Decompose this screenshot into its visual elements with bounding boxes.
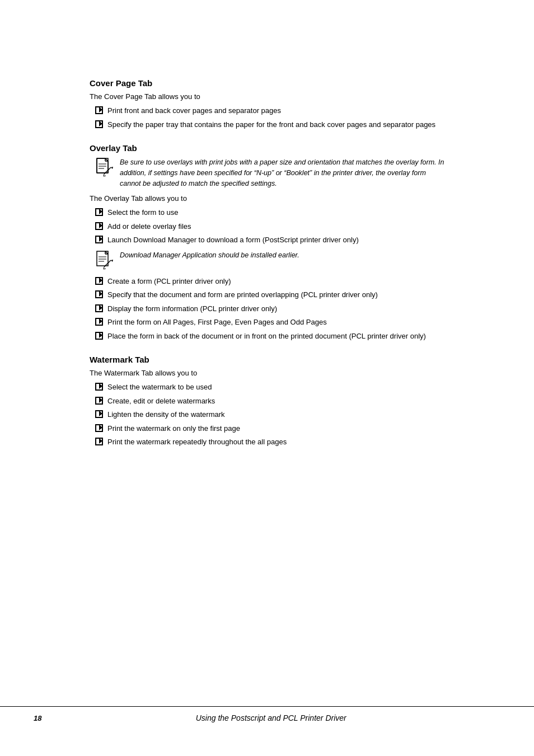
list-item: Select the watermark to be used <box>90 382 444 393</box>
list-item: Display the form information (PCL printe… <box>90 303 444 314</box>
note-icon-svg <box>95 157 115 177</box>
overlay-tab-intro: The Overlay Tab allows you to <box>90 194 444 203</box>
bullet-icon <box>95 382 103 390</box>
note-box-download-manager: Download Manager Application should be i… <box>95 250 444 270</box>
list-item: Print the watermark repeatedly throughou… <box>90 436 444 448</box>
content-area: Cover Page Tab The Cover Page Tab allows… <box>0 0 534 528</box>
svg-marker-23 <box>111 260 113 262</box>
overlay-note-text: Be sure to use overlays with print jobs … <box>120 157 444 189</box>
watermark-tab-list: Select the watermark to be used Create, … <box>90 382 444 448</box>
bullet-icon <box>95 208 103 215</box>
section-cover-page-tab: Cover Page Tab The Cover Page Tab allows… <box>90 78 444 130</box>
list-item-text: Launch Download Manager to download a fo… <box>107 234 359 246</box>
section-watermark-tab: Watermark Tab The Watermark Tab allows y… <box>90 355 444 448</box>
bullet-icon <box>95 331 103 339</box>
bullet-icon <box>95 276 103 284</box>
download-manager-note-text: Download Manager Application should be i… <box>120 250 299 261</box>
overlay-tab-list-2: Create a form (PCL printer driver only) … <box>90 276 444 342</box>
bullet-icon <box>95 437 103 445</box>
list-item-text: Print the form on All Pages, First Page,… <box>107 317 327 328</box>
list-item-text: Create a form (PCL printer driver only) <box>107 276 231 287</box>
bullet-icon <box>95 396 103 404</box>
list-item-text: Display the form information (PCL printe… <box>107 303 277 314</box>
bullet-icon <box>95 222 103 229</box>
list-item-text: Specify that the document and form are p… <box>107 289 378 300</box>
cover-page-tab-title: Cover Page Tab <box>90 78 444 88</box>
list-item-text: Add or delete overlay files <box>107 221 191 232</box>
list-item: Add or delete overlay files <box>90 221 444 232</box>
list-item: Print the watermark on only the first pa… <box>90 423 444 434</box>
list-item: Create a form (PCL printer driver only) <box>90 276 444 287</box>
list-item: Lighten the density of the watermark <box>90 409 444 420</box>
footer-page-number: 18 <box>34 714 41 722</box>
svg-rect-0 <box>97 158 108 173</box>
cover-page-tab-list: Print front and back cover pages and sep… <box>90 105 444 130</box>
list-item-text: Print front and back cover pages and sep… <box>107 105 281 116</box>
bullet-icon <box>95 106 103 114</box>
list-item-text: Select the watermark to be used <box>107 382 212 393</box>
bullet-icon <box>95 290 103 298</box>
section-overlay-tab: Overlay Tab <box>90 143 444 341</box>
footer: 18 Using the Postscript and PCL Printer … <box>0 706 534 722</box>
note-icon <box>95 157 115 177</box>
watermark-tab-title: Watermark Tab <box>90 355 444 364</box>
list-item: Specify that the document and form are p… <box>90 289 444 300</box>
overlay-tab-list-1: Select the form to use Add or delete ove… <box>90 207 444 246</box>
list-item: Create, edit or delete watermarks <box>90 396 444 407</box>
list-item-text: Lighten the density of the watermark <box>107 409 225 420</box>
svg-marker-12 <box>111 167 113 169</box>
footer-title: Using the Postscript and PCL Printer Dri… <box>53 713 489 722</box>
list-item-text: Specify the paper tray that contains the… <box>107 119 435 130</box>
watermark-tab-intro: The Watermark Tab allows you to <box>90 369 444 377</box>
note-icon-svg-2 <box>95 250 115 270</box>
bullet-icon <box>95 304 103 312</box>
list-item: Print the form on All Pages, First Page,… <box>90 317 444 328</box>
note-box-overlay: Be sure to use overlays with print jobs … <box>95 157 444 189</box>
list-item-text: Create, edit or delete watermarks <box>107 396 215 407</box>
list-item-text: Place the form in back of the document o… <box>107 331 426 342</box>
bullet-icon <box>95 424 103 431</box>
list-item: Specify the paper tray that contains the… <box>90 119 444 130</box>
note-icon-2 <box>95 250 115 270</box>
list-item-text: Select the form to use <box>107 207 178 218</box>
bullet-icon <box>95 317 103 325</box>
bullet-icon <box>95 410 103 417</box>
cover-page-tab-intro: The Cover Page Tab allows you to <box>90 92 444 101</box>
bullet-icon <box>95 120 103 128</box>
list-item-text: Print the watermark on only the first pa… <box>107 423 240 434</box>
list-item-text: Print the watermark repeatedly throughou… <box>107 436 287 448</box>
svg-rect-15 <box>97 251 108 266</box>
overlay-tab-title: Overlay Tab <box>90 143 444 153</box>
list-item: Launch Download Manager to download a fo… <box>90 234 444 246</box>
list-item: Print front and back cover pages and sep… <box>90 105 444 116</box>
list-item: Place the form in back of the document o… <box>90 331 444 342</box>
page: Cover Page Tab The Cover Page Tab allows… <box>0 0 534 756</box>
list-item: Select the form to use <box>90 207 444 218</box>
bullet-icon <box>95 235 103 243</box>
